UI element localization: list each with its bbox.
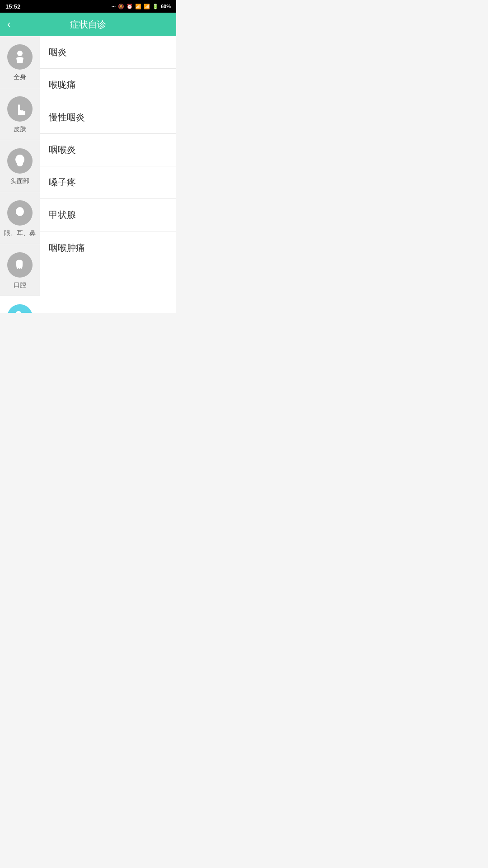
list-item[interactable]: 咽喉肿痛	[40, 231, 176, 264]
list-item[interactable]: 喉咙痛	[40, 69, 176, 101]
sidebar-item-yanhou[interactable]: 咽喉	[0, 296, 40, 313]
list-item-text: 甲状腺	[49, 209, 76, 221]
list-item[interactable]: 咽炎	[40, 36, 176, 69]
list-item-text: 嗓子疼	[49, 176, 76, 189]
main-content: 全身 皮肤 头面部	[0, 36, 176, 313]
sidebar-label-pifu: 皮肤	[14, 125, 26, 133]
status-bar: 15:52 ··· 🔕 ⏰ 📶 📶 🔋 60%	[0, 0, 176, 13]
signal-dots: ···	[112, 4, 116, 9]
toumianbu-icon	[7, 148, 33, 174]
sidebar-item-toumianbu[interactable]: 头面部	[0, 140, 40, 192]
pifu-icon	[7, 96, 33, 122]
list-item-text: 喉咙痛	[49, 79, 76, 91]
back-button[interactable]: ‹	[7, 19, 10, 29]
list-item-text: 咽喉肿痛	[49, 242, 85, 254]
sidebar-item-yanernbi[interactable]: 眼、耳、鼻	[0, 192, 40, 244]
list-item-text: 咽炎	[49, 46, 67, 58]
svg-rect-1	[18, 104, 20, 108]
list-item[interactable]: 甲状腺	[40, 199, 176, 231]
sidebar-label-toumianbu: 头面部	[10, 177, 29, 185]
kouqiang-icon	[7, 252, 33, 278]
battery-percent: 60%	[161, 4, 171, 9]
sidebar: 全身 皮肤 头面部	[0, 36, 40, 313]
page-title: 症状自诊	[70, 19, 106, 31]
battery-icon: 🔋	[152, 4, 159, 9]
list-item-text: 慢性咽炎	[49, 111, 85, 123]
sidebar-item-quanshen[interactable]: 全身	[0, 36, 40, 88]
alarm-icon: ⏰	[127, 4, 133, 9]
header: ‹ 症状自诊	[0, 13, 176, 36]
svg-point-0	[17, 51, 23, 56]
wifi-icon: 📶	[135, 4, 141, 9]
list-item[interactable]: 慢性咽炎	[40, 101, 176, 134]
list-item[interactable]: 嗓子疼	[40, 166, 176, 199]
sidebar-label-quanshen: 全身	[14, 73, 26, 81]
yanhou-icon	[7, 304, 33, 313]
signal-icon: 📶	[144, 4, 150, 9]
list-item-text: 咽喉炎	[49, 144, 76, 156]
svg-point-3	[16, 207, 24, 216]
mute-icon: 🔕	[118, 4, 124, 9]
sidebar-label-kouqiang: 口腔	[14, 281, 26, 289]
status-time: 15:52	[5, 3, 20, 10]
status-icons: ··· 🔕 ⏰ 📶 📶 🔋 60%	[112, 4, 171, 9]
svg-point-4	[15, 311, 22, 313]
content-list: 咽炎 喉咙痛 慢性咽炎 咽喉炎 嗓子疼 甲状腺 咽喉肿痛	[40, 36, 176, 313]
sidebar-label-yanernbi: 眼、耳、鼻	[4, 229, 36, 237]
sidebar-item-pifu[interactable]: 皮肤	[0, 88, 40, 140]
list-item[interactable]: 咽喉炎	[40, 134, 176, 166]
sidebar-item-kouqiang[interactable]: 口腔	[0, 244, 40, 296]
quanshen-icon	[7, 44, 33, 70]
yanernbi-icon	[7, 200, 33, 226]
